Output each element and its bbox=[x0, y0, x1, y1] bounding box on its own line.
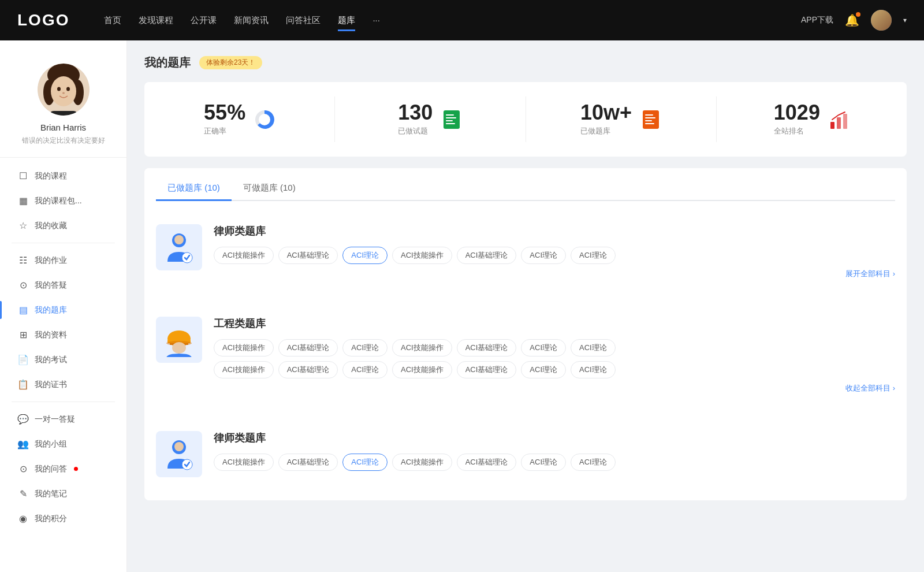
navbar-item-discover[interactable]: 发现课程 bbox=[139, 12, 173, 29]
done-banks-icon-wrap bbox=[640, 109, 661, 130]
lawyer-svg-icon bbox=[162, 230, 196, 265]
tag-item[interactable]: ACI基础理论 bbox=[278, 454, 338, 471]
tabs-wrapper: 已做题库 (10) 可做题库 (10) bbox=[144, 168, 907, 201]
svg-point-31 bbox=[172, 342, 186, 354]
tag-item[interactable]: ACI理论 bbox=[521, 454, 566, 471]
favorites-icon: ☆ bbox=[17, 220, 29, 231]
navbar-item-news[interactable]: 新闻资讯 bbox=[234, 12, 269, 29]
points-icon: ◉ bbox=[17, 513, 29, 524]
homework-icon: ☷ bbox=[17, 255, 29, 266]
tag-item[interactable]: ACI技能操作 bbox=[214, 454, 274, 471]
tag-item[interactable]: ACI技能操作 bbox=[214, 361, 274, 378]
sidebar-item-label: 我的题库 bbox=[35, 305, 67, 315]
profile-icon: ⊞ bbox=[17, 329, 29, 340]
svg-point-7 bbox=[62, 92, 65, 94]
tag-item[interactable]: ACI理论 bbox=[521, 247, 566, 264]
navbar-item-home[interactable]: 首页 bbox=[104, 12, 121, 29]
tag-item[interactable]: ACI基础理论 bbox=[457, 361, 517, 378]
tag-item-active[interactable]: ACI理论 bbox=[342, 247, 388, 264]
stat-number-ranking: 1029 bbox=[774, 102, 820, 123]
stats-card: 55% 正确率 130 已做试题 bbox=[144, 82, 907, 157]
sidebar-item-favorites[interactable]: ☆ 我的收藏 bbox=[0, 213, 126, 238]
qbank-info-lawyer-2: 律师类题库 ACI技能操作 ACI基础理论 ACI理论 ACI技能操作 ACI基… bbox=[214, 431, 895, 471]
sidebar-item-group[interactable]: 👥 我的小组 bbox=[0, 432, 126, 456]
tag-item[interactable]: ACI基础理论 bbox=[457, 339, 517, 356]
user-avatar[interactable] bbox=[871, 10, 892, 31]
sidebar-item-label: 我的课程 bbox=[35, 171, 67, 181]
notification-dot bbox=[856, 12, 860, 17]
tag-item[interactable]: ACI基础理论 bbox=[278, 247, 338, 264]
tag-item[interactable]: ACI基础理论 bbox=[278, 361, 338, 378]
tag-item[interactable]: ACI技能操作 bbox=[392, 247, 452, 264]
tag-item[interactable]: ACI理论 bbox=[571, 247, 616, 264]
tag-item[interactable]: ACI理论 bbox=[571, 339, 616, 356]
qbank-tabs: 已做题库 (10) 可做题库 (10) bbox=[156, 177, 895, 201]
qa-icon: ⊙ bbox=[17, 280, 29, 291]
navbar-item-open-course[interactable]: 公开课 bbox=[191, 12, 217, 29]
app-download-button[interactable]: APP下载 bbox=[801, 15, 833, 25]
user-menu-chevron[interactable]: ▾ bbox=[903, 16, 907, 24]
qbank-icon: ▤ bbox=[17, 304, 29, 315]
sidebar-item-my-qa[interactable]: ⊙ 我的问答 bbox=[0, 456, 126, 481]
sidebar-item-certificate[interactable]: 📋 我的证书 bbox=[0, 372, 126, 397]
svg-rect-18 bbox=[645, 117, 655, 118]
sidebar-item-exam[interactable]: 📄 我的考试 bbox=[0, 347, 126, 372]
sidebar-item-profile[interactable]: ⊞ 我的资料 bbox=[0, 322, 126, 347]
sidebar-avatar bbox=[38, 64, 90, 116]
sidebar-item-one-on-one[interactable]: 💬 一对一答疑 bbox=[0, 407, 126, 432]
tag-item[interactable]: ACI基础理论 bbox=[457, 454, 517, 471]
done-questions-icon-wrap bbox=[441, 109, 462, 130]
svg-rect-19 bbox=[645, 120, 652, 121]
sidebar-item-qa[interactable]: ⊙ 我的答疑 bbox=[0, 273, 126, 298]
navbar-logo[interactable]: LOGO bbox=[17, 11, 69, 29]
tag-item[interactable]: ACI技能操作 bbox=[392, 454, 452, 471]
navbar-item-qbank[interactable]: 题库 bbox=[338, 12, 355, 29]
stat-value-group: 10w+ 已做题库 bbox=[580, 102, 632, 136]
tag-item[interactable]: ACI技能操作 bbox=[214, 339, 274, 356]
tag-item[interactable]: ACI理论 bbox=[342, 339, 388, 356]
stat-number-done: 130 bbox=[398, 102, 433, 123]
stat-number-banks: 10w+ bbox=[580, 102, 632, 123]
lawyer-icon-wrap-2 bbox=[156, 431, 202, 477]
sidebar-item-label: 我的课程包... bbox=[35, 196, 82, 206]
sidebar-profile: Brian Harris 错误的决定比没有决定要好 bbox=[0, 52, 126, 158]
sidebar-item-notes[interactable]: ✎ 我的笔记 bbox=[0, 481, 126, 506]
sidebar-item-label: 我的问答 bbox=[35, 464, 67, 474]
navbar-item-more[interactable]: ··· bbox=[372, 12, 380, 29]
qbank-name-engineer: 工程类题库 bbox=[214, 317, 895, 330]
tag-item[interactable]: ACI理论 bbox=[342, 361, 388, 378]
navbar-right: APP下载 🔔 ▾ bbox=[801, 10, 907, 31]
tab-available-banks[interactable]: 可做题库 (10) bbox=[232, 177, 307, 201]
expand-link-lawyer-1[interactable]: 展开全部科目 › bbox=[214, 264, 895, 279]
tag-item[interactable]: ACI技能操作 bbox=[392, 361, 452, 378]
qbank-header: 律师类题库 ACI技能操作 ACI基础理论 ACI理论 ACI技能操作 ACI基… bbox=[156, 224, 895, 279]
svg-point-33 bbox=[174, 442, 184, 451]
tag-item[interactable]: ACI基础理论 bbox=[278, 339, 338, 356]
tag-item[interactable]: ACI理论 bbox=[521, 361, 566, 378]
sidebar-item-course[interactable]: ☐ 我的课程 bbox=[0, 164, 126, 188]
tab-done-banks[interactable]: 已做题库 (10) bbox=[156, 177, 232, 201]
notification-bell[interactable]: 🔔 bbox=[845, 13, 859, 27]
tag-item[interactable]: ACI理论 bbox=[571, 454, 616, 471]
lawyer-svg-icon-2 bbox=[162, 437, 196, 471]
navbar-item-qa[interactable]: 问答社区 bbox=[286, 12, 321, 29]
tag-item[interactable]: ACI技能操作 bbox=[214, 247, 274, 264]
svg-rect-21 bbox=[830, 122, 834, 129]
collapse-link-engineer[interactable]: 收起全部科目 › bbox=[214, 378, 895, 393]
sidebar-item-points[interactable]: ◉ 我的积分 bbox=[0, 506, 126, 531]
sidebar-item-label: 我的小组 bbox=[35, 439, 67, 450]
tag-item[interactable]: ACI基础理论 bbox=[457, 247, 517, 264]
content-area: 已做题库 (10) 可做题库 (10) bbox=[144, 168, 907, 500]
sidebar-item-label: 我的笔记 bbox=[35, 489, 67, 499]
doc-green-icon bbox=[441, 109, 462, 130]
pie-chart-icon bbox=[254, 109, 275, 130]
qbank-tags-engineer-row1: ACI技能操作 ACI基础理论 ACI理论 ACI技能操作 ACI基础理论 AC… bbox=[214, 339, 895, 356]
tag-item[interactable]: ACI技能操作 bbox=[392, 339, 452, 356]
sidebar-item-homework[interactable]: ☷ 我的作业 bbox=[0, 248, 126, 273]
tag-item[interactable]: ACI理论 bbox=[571, 361, 616, 378]
sidebar-item-course-pack[interactable]: ▦ 我的课程包... bbox=[0, 188, 126, 213]
tag-item-active[interactable]: ACI理论 bbox=[342, 454, 388, 471]
sidebar-item-label: 我的答疑 bbox=[35, 280, 67, 291]
tag-item[interactable]: ACI理论 bbox=[521, 339, 566, 356]
sidebar-item-qbank[interactable]: ▤ 我的题库 bbox=[0, 298, 126, 322]
